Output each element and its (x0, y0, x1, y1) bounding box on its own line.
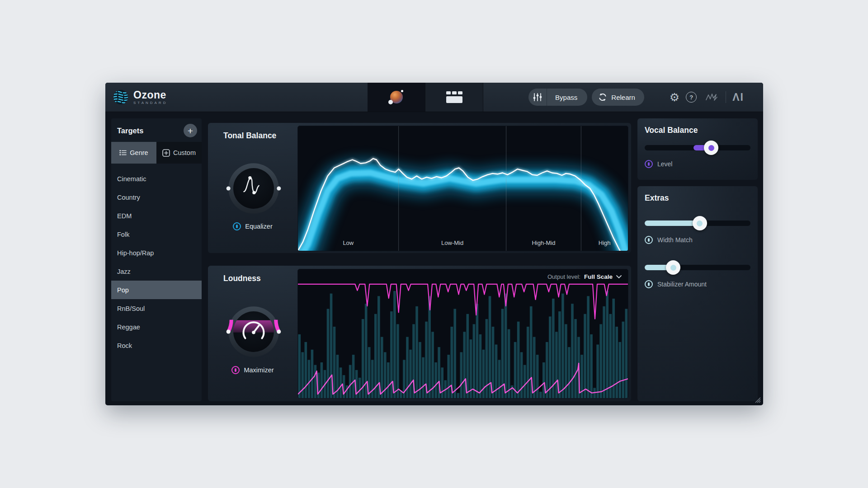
bypass-group: Bypass (528, 89, 587, 106)
level-label: Level (657, 160, 672, 168)
slider-handle[interactable] (693, 216, 707, 230)
equalizer-label: Equalizer (245, 223, 272, 230)
relearn-button[interactable]: Relearn (592, 89, 644, 106)
modules-icon (446, 91, 463, 103)
ozone-plugin-window: Ozone STANDARD (105, 83, 763, 405)
width-match-slider[interactable] (645, 216, 750, 230)
targets-tabs: Genre Custom (111, 142, 202, 164)
band-label-high: High (599, 239, 611, 246)
slider-handle[interactable] (704, 141, 718, 155)
loudness-waveform (298, 269, 628, 398)
slider-handle[interactable] (666, 260, 680, 275)
extras-power-toggle[interactable] (645, 236, 653, 244)
tonal-balance-card: Tonal Balance (208, 123, 631, 253)
vocal-balance-title: Vocal Balance (645, 126, 698, 135)
output-level-label: Output level: (547, 273, 580, 280)
genre-item-folk[interactable]: Folk (111, 225, 202, 244)
targets-panel: Targets + Genre (111, 118, 202, 401)
top-bar-divider (726, 91, 726, 103)
band-label-low: Low (343, 239, 354, 246)
maximizer-label: Maximizer (244, 366, 274, 374)
app-edition: STANDARD (133, 101, 167, 105)
genre-item-reggae[interactable]: Reggae (111, 318, 202, 336)
maximizer-module-row: Maximizer (208, 366, 297, 374)
extras-title: Extras (645, 193, 669, 203)
targets-title: Targets (117, 127, 143, 135)
tab-assistant-view[interactable] (368, 83, 425, 112)
tab-custom-label: Custom (173, 149, 196, 156)
main-content: Targets + Genre (105, 112, 763, 405)
tab-custom[interactable]: Custom (156, 142, 202, 164)
audiolens-scribble-icon[interactable] (705, 92, 718, 103)
level-power-toggle[interactable] (645, 160, 653, 168)
chevron-down-icon (616, 275, 622, 278)
screen: Ozone STANDARD (0, 0, 868, 488)
vocal-level-row: Level (645, 160, 672, 168)
tonal-balance-title: Tonal Balance (223, 131, 276, 141)
help-icon[interactable]: ? (686, 92, 697, 103)
genre-item-cinematic[interactable]: Cinematic (111, 169, 202, 188)
genre-list: Cinematic Country EDM Folk Hip-hop/Rap J… (111, 164, 202, 355)
tab-detailed-view[interactable] (425, 83, 483, 112)
vocal-balance-card: Vocal Balance Level (637, 118, 758, 180)
relearn-label: Relearn (611, 94, 635, 101)
assistant-sphere-icon (390, 91, 403, 103)
app-logo: Ozone STANDARD (113, 83, 167, 112)
io-faders-button[interactable] (528, 89, 547, 106)
vocal-level-slider[interactable] (645, 141, 750, 155)
genre-item-pop[interactable]: Pop (111, 281, 202, 299)
settings-gear-icon[interactable]: ⚙ (670, 91, 679, 104)
extras-power-toggle[interactable] (645, 280, 653, 288)
extras-control-row: Stabilizer Amount (645, 280, 707, 288)
equalizer-knob[interactable] (225, 160, 282, 217)
loudness-card: Loudness (208, 266, 631, 401)
extras-card: Extras Width Match Stabilizer Amount (637, 186, 758, 401)
resize-grip[interactable] (754, 396, 761, 403)
add-target-button[interactable]: + (184, 124, 197, 137)
genre-list-icon (119, 150, 127, 156)
top-bar: Ozone STANDARD (105, 83, 763, 112)
genre-item-rock[interactable]: Rock (111, 336, 202, 355)
spectrum-curve (298, 126, 628, 251)
equalizer-power-toggle[interactable] (233, 222, 241, 230)
equalizer-module-row: Equalizer (208, 222, 297, 230)
app-name: Ozone (133, 90, 167, 100)
stabilizer-amount-slider[interactable] (645, 260, 750, 275)
genre-item-hip-hop-rap[interactable]: Hip-hop/Rap (111, 244, 202, 262)
band-label-high-mid: High-Mid (532, 239, 555, 246)
top-bar-actions: Bypass Relearn ⚙ (528, 83, 744, 112)
maximizer-power-toggle[interactable] (231, 366, 240, 374)
genre-item-jazz[interactable]: Jazz (111, 262, 202, 281)
extras-control-row: Width Match (645, 236, 693, 244)
custom-plus-icon (162, 149, 170, 157)
maximizer-knob[interactable] (225, 303, 282, 360)
output-level-control[interactable]: Output level: Full Scale (547, 273, 622, 280)
band-label-low-mid: Low-Mid (441, 239, 463, 246)
genre-item-rnb-soul[interactable]: RnB/Soul (111, 299, 202, 318)
tab-genre[interactable]: Genre (111, 142, 156, 164)
loudness-title: Loudness (223, 274, 261, 283)
relearn-refresh-icon (598, 93, 607, 102)
view-tabs (368, 83, 483, 112)
tonal-balance-display: LowLow-MidHigh-MidHigh (297, 126, 628, 251)
faders-icon (533, 93, 542, 102)
output-level-value: Full Scale (584, 273, 613, 280)
tab-genre-label: Genre (130, 149, 148, 156)
genre-item-country[interactable]: Country (111, 188, 202, 206)
ni-brand-logo: ΛI (732, 91, 744, 103)
ozone-sphere-icon (113, 89, 129, 105)
bypass-button[interactable]: Bypass (547, 94, 587, 101)
genre-item-edm[interactable]: EDM (111, 206, 202, 225)
loudness-display: Output level: Full Scale (297, 269, 628, 399)
